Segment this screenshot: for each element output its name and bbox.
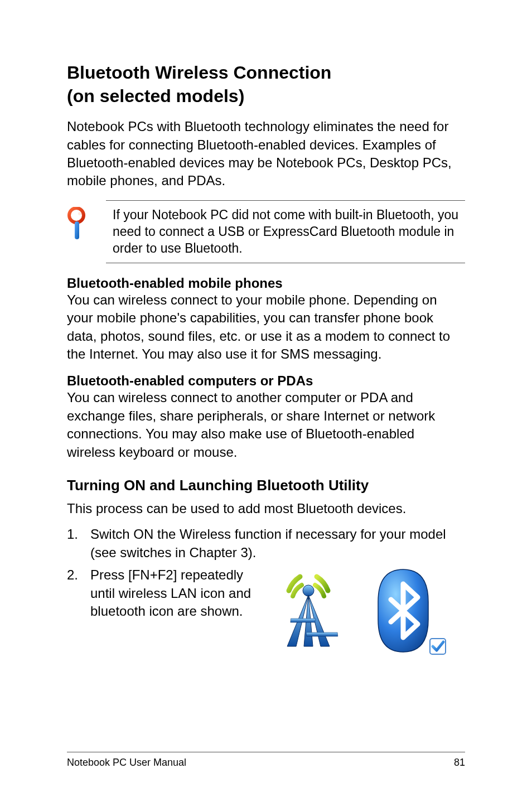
note-icon-cell: [67, 200, 106, 243]
step-2: Press [FN+F2] repeatedly until wireless …: [67, 566, 465, 662]
phones-heading: Bluetooth-enabled mobile phones: [67, 276, 465, 291]
svg-rect-8: [306, 632, 338, 636]
utility-intro: This process can be used to add most Blu…: [67, 500, 465, 518]
title-line-2: (on selected models): [67, 86, 244, 106]
svg-rect-2: [75, 221, 79, 239]
steps-list: Switch ON the Wireless function if neces…: [67, 525, 465, 662]
icon-strip: [258, 566, 465, 662]
page-footer: Notebook PC User Manual 81: [67, 752, 465, 769]
bluetooth-icon: [375, 568, 448, 662]
wireless-lan-icon: [275, 568, 342, 662]
step-1: Switch ON the Wireless function if neces…: [67, 525, 465, 562]
page-title: Bluetooth Wireless Connection (on select…: [67, 61, 465, 108]
title-line-1: Bluetooth Wireless Connection: [67, 62, 331, 83]
svg-point-1: [78, 212, 81, 215]
computers-body: You can wireless connect to another comp…: [67, 389, 465, 461]
step-2-text: Press [FN+F2] repeatedly until wireless …: [90, 566, 258, 620]
note-text: If your Notebook PC did not come with bu…: [106, 200, 465, 263]
computers-heading: Bluetooth-enabled computers or PDAs: [67, 373, 465, 389]
svg-rect-7: [291, 619, 316, 622]
footer-right: 81: [454, 757, 465, 769]
footer-left: Notebook PC User Manual: [67, 757, 186, 769]
phones-body: You can wireless connect to your mobile …: [67, 291, 465, 364]
svg-point-3: [303, 585, 314, 596]
utility-heading: Turning ON and Launching Bluetooth Utili…: [67, 477, 465, 494]
svg-point-0: [69, 208, 84, 223]
intro-paragraph: Notebook PCs with Bluetooth technology e…: [67, 118, 465, 190]
note-callout: If your Notebook PC did not come with bu…: [67, 200, 465, 263]
magnifier-icon: [67, 207, 89, 240]
